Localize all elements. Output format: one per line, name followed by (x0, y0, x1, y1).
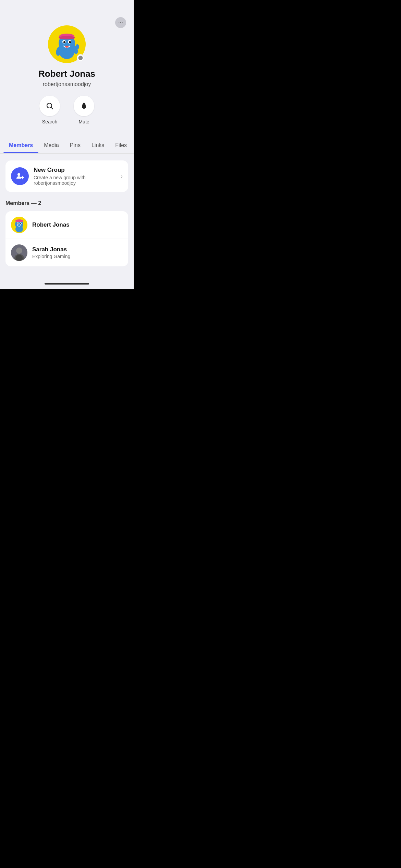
tab-pins[interactable]: Pins (64, 137, 86, 153)
mute-icon-circle (74, 96, 94, 116)
avatar-badge (77, 54, 84, 62)
svg-point-7 (63, 41, 65, 43)
member-info-sarah: Sarah Jonas Exploring Gaming (32, 246, 123, 259)
svg-line-14 (51, 108, 53, 109)
member-avatar-robert (11, 217, 27, 233)
profile-name: Robert Jonas (38, 69, 95, 79)
new-group-icon (11, 167, 29, 185)
mute-action-button[interactable]: Mute (74, 96, 94, 124)
main-content: New Group Create a new group with robert… (0, 154, 134, 278)
settings-button[interactable] (115, 17, 126, 28)
svg-point-4 (59, 36, 75, 39)
svg-point-25 (17, 223, 19, 224)
new-group-text: New Group Create a new group with robert… (34, 167, 116, 186)
svg-point-8 (69, 41, 71, 43)
tabs-bar: Members Media Pins Links Files (0, 137, 134, 154)
svg-point-9 (65, 46, 69, 48)
home-bar (45, 283, 89, 285)
member-info-robert: Robert Jonas (32, 221, 123, 228)
sarah-avatar-illustration (11, 244, 27, 261)
tab-members[interactable]: Members (3, 137, 38, 153)
member-name-sarah: Sarah Jonas (32, 246, 123, 253)
search-action-label: Search (42, 119, 57, 124)
search-icon (46, 102, 54, 110)
tab-files[interactable]: Files (110, 137, 132, 153)
member-name-robert: Robert Jonas (32, 221, 123, 228)
search-icon-circle (39, 96, 60, 116)
profile-section: Robert Jonas robertjonasmoodjoy Search (0, 15, 134, 135)
svg-point-15 (17, 173, 20, 176)
tab-media[interactable]: Media (38, 137, 64, 153)
members-list: Robert Jonas Sarah Jo (5, 211, 128, 266)
home-indicator (0, 278, 134, 289)
chevron-right-icon: › (121, 173, 123, 180)
new-group-card[interactable]: New Group Create a new group with robert… (5, 160, 128, 192)
svg-point-26 (20, 223, 21, 224)
member-avatar-sarah (11, 244, 27, 261)
robert-avatar-illustration (12, 217, 27, 232)
status-bar (0, 0, 134, 15)
members-count: Members — 2 (5, 200, 128, 206)
add-group-icon (15, 172, 24, 181)
new-group-title: New Group (34, 167, 116, 173)
member-item-sarah[interactable]: Sarah Jonas Exploring Gaming (5, 239, 128, 266)
member-item-robert[interactable]: Robert Jonas (5, 211, 128, 239)
bell-icon (80, 102, 88, 110)
svg-point-28 (16, 248, 22, 254)
avatar-wrapper (48, 25, 86, 63)
tab-links[interactable]: Links (86, 137, 110, 153)
profile-username: robertjonasmoodjoy (43, 81, 91, 87)
mute-action-label: Mute (78, 119, 89, 124)
new-group-subtitle: Create a new group with robertjonasmoodj… (34, 175, 116, 186)
action-buttons: Search Mute (39, 96, 94, 124)
search-action-button[interactable]: Search (39, 96, 60, 124)
member-status-sarah: Exploring Gaming (32, 254, 123, 259)
svg-rect-22 (15, 220, 23, 222)
